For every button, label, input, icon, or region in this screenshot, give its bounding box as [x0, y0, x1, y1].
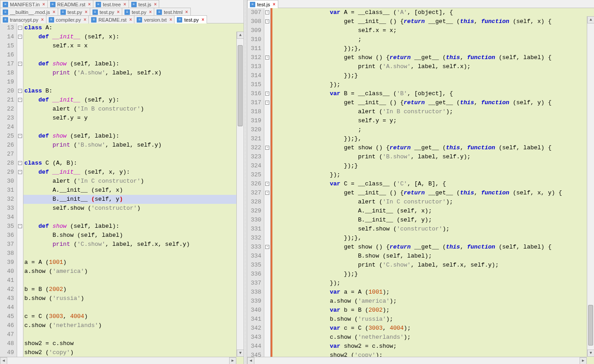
- code-line[interactable]: });}: [272, 270, 594, 279]
- close-icon[interactable]: ×: [83, 17, 86, 22]
- code-line[interactable]: class A:: [23, 23, 244, 32]
- scroll-thumb[interactable]: [238, 45, 243, 126]
- close-icon[interactable]: ×: [85, 9, 87, 14]
- scroll-up-arrow[interactable]: ▲: [237, 32, 244, 39]
- code-line[interactable]: A.__init__ (self, x);: [272, 207, 594, 216]
- code-line[interactable]: var C = __class__ ('C', [A, B], {: [272, 180, 594, 189]
- file-tab[interactable]: ≡test.html×: [154, 8, 190, 16]
- close-icon[interactable]: ×: [88, 2, 91, 7]
- code-line[interactable]: var show2 = c.show;: [272, 342, 594, 351]
- close-icon[interactable]: ×: [124, 2, 126, 7]
- code-line[interactable]: get __init__ () {return __get__ (this, f…: [272, 189, 594, 198]
- code-line[interactable]: });},: [272, 234, 594, 243]
- code-line[interactable]: def show (self, label):: [23, 60, 244, 69]
- code-line[interactable]: alert ('In C constructor'): [23, 177, 244, 186]
- code-line[interactable]: A.__init__ (self, x): [23, 186, 244, 195]
- code-line[interactable]: c.show ('netherlands'): [23, 321, 244, 330]
- code-line[interactable]: ;: [272, 35, 594, 44]
- code-line[interactable]: a.show ('america'): [23, 267, 244, 276]
- close-icon[interactable]: ×: [42, 2, 45, 7]
- code-line[interactable]: a = A (1001): [23, 258, 244, 267]
- fold-toggle[interactable]: -: [265, 55, 269, 60]
- code-line[interactable]: print ('A.show', label, self.x);: [272, 62, 594, 71]
- code-line[interactable]: });: [272, 80, 594, 89]
- code-line[interactable]: b = B (2002): [23, 285, 244, 294]
- scroll-right-arrow[interactable]: ▶: [580, 357, 587, 364]
- close-icon[interactable]: ×: [117, 9, 120, 14]
- pane-splitter[interactable]: [244, 0, 247, 364]
- fold-toggle[interactable]: -: [18, 170, 22, 174]
- code-line[interactable]: self.show ('constructor'): [23, 204, 244, 213]
- fold-toggle[interactable]: -: [265, 245, 269, 249]
- code-line[interactable]: [23, 78, 244, 87]
- code-line[interactable]: print ('C.show', label, self.x, self.y): [23, 240, 244, 249]
- close-icon[interactable]: ×: [149, 9, 152, 14]
- code-line[interactable]: var A = __class__ ('A', [object], {: [272, 8, 594, 17]
- right-hscrollbar[interactable]: ◀ ▶: [247, 357, 587, 364]
- code-line[interactable]: class B:: [23, 87, 244, 96]
- fold-toggle[interactable]: -: [18, 224, 22, 228]
- close-icon[interactable]: ×: [202, 17, 204, 22]
- close-icon[interactable]: ×: [170, 17, 172, 22]
- code-line[interactable]: print ('C.show', label, self.x, self.y);: [272, 261, 594, 270]
- code-line[interactable]: b.show ('russia');: [272, 315, 594, 324]
- right-fold-column[interactable]: ---------: [264, 8, 271, 364]
- fold-toggle[interactable]: -: [265, 182, 269, 186]
- file-tab[interactable]: ≡test.py×: [90, 8, 122, 16]
- code-line[interactable]: var b = B (2002);: [272, 306, 594, 315]
- fold-toggle[interactable]: -: [18, 35, 22, 39]
- code-line[interactable]: def __init__ (self, x):: [23, 32, 244, 41]
- code-line[interactable]: def __init__ (self, x, y):: [23, 168, 244, 177]
- scroll-thumb[interactable]: [588, 305, 593, 346]
- code-line[interactable]: def show (self, label):: [23, 222, 244, 231]
- code-line[interactable]: show2 = c.show: [23, 339, 244, 348]
- file-tab[interactable]: ≡transcrypt.py×: [0, 15, 46, 23]
- code-line[interactable]: alert ('In B constructor'): [23, 105, 244, 114]
- code-line[interactable]: [23, 330, 244, 339]
- close-icon[interactable]: ×: [41, 17, 44, 22]
- file-tab[interactable]: ≡MANIFEST.in×: [0, 0, 48, 8]
- code-line[interactable]: var a = A (1001);: [272, 288, 594, 297]
- close-icon[interactable]: ×: [129, 17, 132, 22]
- fold-toggle[interactable]: -: [18, 26, 22, 30]
- fold-toggle[interactable]: -: [265, 146, 269, 150]
- code-line[interactable]: [23, 303, 244, 312]
- code-line[interactable]: get __init__ () {return __get__ (this, f…: [272, 17, 594, 26]
- fold-toggle[interactable]: -: [265, 19, 269, 23]
- code-line[interactable]: [23, 51, 244, 60]
- close-icon[interactable]: ×: [154, 2, 157, 7]
- file-tab[interactable]: ≡test.py×: [58, 8, 90, 16]
- fold-toggle[interactable]: -: [265, 191, 269, 195]
- scroll-down-arrow[interactable]: ▼: [587, 350, 594, 357]
- code-line[interactable]: });},: [272, 134, 594, 143]
- code-line[interactable]: });: [272, 170, 594, 180]
- code-line[interactable]: B.__init__ (self, y): [23, 195, 244, 204]
- code-line[interactable]: class C (A, B):: [23, 159, 244, 168]
- fold-toggle[interactable]: -: [265, 92, 269, 96]
- code-line[interactable]: self.x = x: [23, 41, 244, 51]
- close-icon[interactable]: ×: [273, 2, 276, 7]
- code-line[interactable]: alert ('In B constructor');: [272, 107, 594, 116]
- code-line[interactable]: self.x = x;: [272, 26, 594, 35]
- code-line[interactable]: get show () {return __get__ (this, funct…: [272, 243, 594, 252]
- code-line[interactable]: get show () {return __get__ (this, funct…: [272, 143, 594, 152]
- fold-toggle[interactable]: -: [18, 98, 22, 102]
- file-tab[interactable]: ≡README.rst×: [47, 0, 93, 8]
- code-line[interactable]: [23, 249, 244, 258]
- code-line[interactable]: self.y = y;: [272, 116, 594, 125]
- left-code[interactable]: class A: def __init__ (self, x): self.x …: [23, 23, 244, 364]
- code-line[interactable]: self.show ('constructor');: [272, 225, 594, 234]
- fold-toggle[interactable]: -: [265, 10, 269, 14]
- code-line[interactable]: c = C (3003, 4004): [23, 312, 244, 321]
- code-line[interactable]: b.show ('russia'): [23, 294, 244, 303]
- code-line[interactable]: get __init__ () {return __get__ (this, f…: [272, 98, 594, 107]
- fold-toggle[interactable]: -: [18, 89, 22, 93]
- scroll-left-arrow[interactable]: ◀: [0, 357, 7, 364]
- code-line[interactable]: [23, 150, 244, 159]
- file-tab[interactable]: ≡version.txt×: [134, 15, 175, 23]
- file-tab[interactable]: ≡compiler.py×: [46, 15, 89, 23]
- code-line[interactable]: alert ('In C constructor');: [272, 198, 594, 207]
- left-hscrollbar[interactable]: ◀ ▶: [0, 357, 236, 364]
- fold-toggle[interactable]: -: [18, 134, 22, 138]
- code-line[interactable]: self.y = y: [23, 114, 244, 123]
